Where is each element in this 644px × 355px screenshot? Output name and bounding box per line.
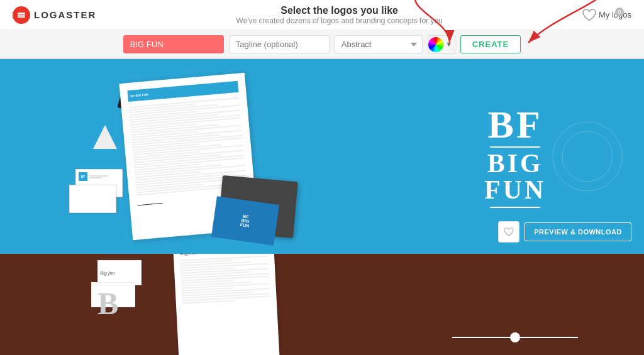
svg-point-4 xyxy=(553,122,622,191)
heart-icon xyxy=(582,9,596,21)
svg-point-5 xyxy=(562,131,613,182)
color-picker-container[interactable]: ▼ xyxy=(428,35,455,54)
color-dropdown-arrow[interactable]: ▼ xyxy=(443,41,455,48)
create-button[interactable]: CREATE xyxy=(460,35,521,53)
heart-icon xyxy=(504,227,514,236)
logo-area: LOGASTER xyxy=(13,6,96,24)
category-select[interactable]: Abstract xyxy=(335,35,423,53)
blue-card-right: BF BIG FUN PREVIEW & DOWNLOAD xyxy=(386,59,644,254)
logo-divider-bottom xyxy=(490,207,540,208)
header-right: 0 My logos xyxy=(582,9,631,21)
slider-line-right xyxy=(520,337,578,338)
blue-mockup: BF BF BIG FUN xyxy=(0,59,386,254)
decorative-circles xyxy=(550,119,625,194)
page-subtitle: We've created dozens of logos and brandi… xyxy=(236,16,443,25)
favorite-button[interactable] xyxy=(498,221,519,243)
card-in-holder: BFBIGFUN xyxy=(211,196,279,245)
svg-rect-0 xyxy=(18,13,25,14)
logo-word1: BIG xyxy=(484,150,546,177)
toolbar: BIG FUN Abstract ▼ CREATE xyxy=(0,30,644,59)
big-letter: B xyxy=(97,285,118,322)
header-center: Select the logos you like We've created … xyxy=(236,5,443,25)
brand-name-input[interactable]: BIG FUN xyxy=(123,35,224,53)
preview-download-button[interactable]: PREVIEW & DOWNLOAD xyxy=(525,222,631,241)
eraser xyxy=(93,125,117,149)
heart-count: 0 xyxy=(615,8,624,16)
brown-letter-mockup: Big fun xyxy=(173,254,280,355)
slider-line-left xyxy=(452,337,510,338)
brand-icon xyxy=(13,6,30,24)
brown-card-right xyxy=(386,254,644,355)
brown-biz-card-1: Big fun xyxy=(97,260,142,285)
logo-divider-top xyxy=(490,146,540,148)
main-content: BF BF BIG FUN xyxy=(0,59,644,355)
logo-initials: BF xyxy=(484,105,546,144)
slider-thumb[interactable] xyxy=(510,332,520,342)
logo-card-brown: Big fun B Big fun xyxy=(0,254,644,355)
card-actions: PREVIEW & DOWNLOAD xyxy=(498,221,631,243)
page-title: Select the logos you like xyxy=(236,5,443,16)
header: LOGASTER Select the logos you like We've… xyxy=(0,0,644,30)
slider-bar xyxy=(452,332,578,342)
brand-logo-display: BF BIG FUN xyxy=(484,105,546,208)
svg-rect-2 xyxy=(18,16,25,18)
brand-name: LOGASTER xyxy=(34,9,96,20)
color-wheel-icon xyxy=(428,37,443,52)
svg-rect-1 xyxy=(18,14,25,16)
brown-mockup: Big fun B Big fun xyxy=(0,254,386,355)
logo-word2: FUN xyxy=(484,177,546,203)
tagline-input[interactable] xyxy=(229,35,330,53)
business-card-small-2 xyxy=(69,185,116,213)
logo-card-blue: BF BF BIG FUN xyxy=(0,59,644,254)
my-logos-link[interactable]: 0 My logos xyxy=(582,9,631,21)
